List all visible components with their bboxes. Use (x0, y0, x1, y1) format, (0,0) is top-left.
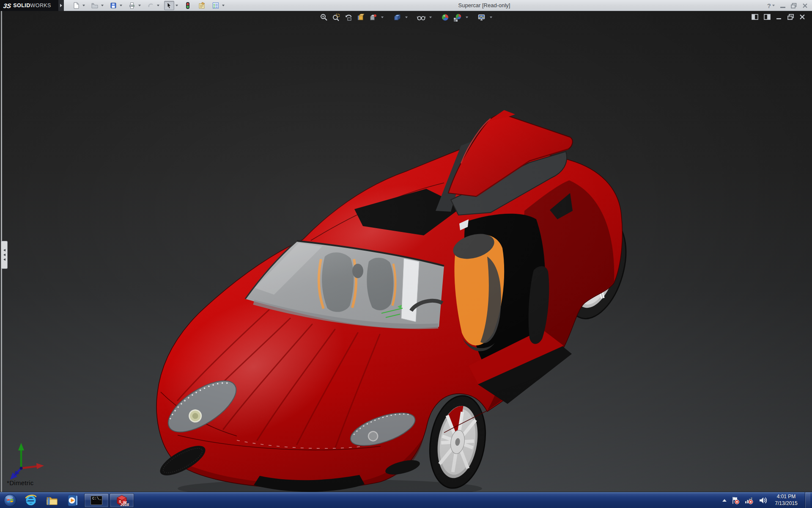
taskbar-item-internet-explorer[interactable] (20, 492, 41, 508)
file-properties-icon (198, 2, 206, 9)
solidworks-logo[interactable]: 3S SOLIDWORKS (0, 0, 58, 11)
print-icon (128, 2, 136, 9)
print-dropdown[interactable] (137, 1, 142, 10)
restore-button[interactable] (791, 3, 797, 8)
save-button[interactable] (108, 1, 118, 10)
hide-show-items-icon (417, 13, 426, 22)
taskbar: C:\_ S W 2015 (0, 492, 812, 508)
new-document-icon (72, 2, 80, 9)
select-button[interactable] (164, 1, 174, 10)
view-orientation-dropdown[interactable] (404, 12, 409, 22)
command-prompt-icon: C:\_ (91, 496, 102, 505)
save-floppy-icon (110, 2, 117, 9)
taskbar-item-command-prompt[interactable]: C:\_ (84, 493, 109, 508)
new-document-dropdown[interactable] (81, 1, 86, 10)
view-orientation-button[interactable] (392, 12, 402, 22)
edit-appearance-button[interactable] (440, 12, 450, 22)
show-hidden-icons-icon (722, 499, 727, 502)
view-settings-dropdown[interactable] (489, 12, 493, 22)
clock-date: 7/13/2015 (772, 500, 800, 507)
minimize-button[interactable] (780, 3, 785, 8)
annotation-views-dropdown[interactable] (380, 12, 384, 22)
flyout-arrow-icon (60, 4, 62, 7)
file-properties-button[interactable] (197, 1, 207, 10)
traffic-light-button[interactable] (183, 1, 193, 10)
taskbar-item-solidworks[interactable]: S W 2015 (110, 493, 134, 508)
select-cursor-icon (165, 2, 173, 9)
solidworks-app-icon: S W 2015 (115, 494, 128, 506)
orientation-triad (7, 438, 49, 480)
new-document-button[interactable] (71, 1, 81, 10)
apply-scene-dropdown[interactable] (465, 12, 469, 22)
doc-close-icon (799, 14, 805, 20)
pane-right-icon (764, 14, 771, 20)
undo-dropdown[interactable] (156, 1, 160, 10)
help-dropdown-icon (772, 5, 775, 6)
taskbar-item-media-player[interactable] (63, 492, 84, 508)
solidworks-logo-mark: 3S (3, 2, 12, 9)
folder-icon (46, 494, 58, 506)
help-button[interactable]: ? (767, 2, 775, 9)
volume-button[interactable] (758, 496, 768, 505)
main-toolbar (71, 1, 225, 10)
view-settings-icon (477, 13, 486, 22)
windows-start-icon (3, 494, 17, 507)
section-view-button[interactable] (356, 12, 366, 22)
pane-left-button[interactable] (752, 14, 758, 20)
document-window-controls (752, 14, 805, 20)
options-checklist-icon (212, 2, 219, 9)
open-folder-icon (91, 2, 99, 9)
network-icon (744, 496, 754, 505)
supercar-model[interactable] (0, 11, 812, 492)
close-button[interactable] (802, 3, 808, 8)
view-orientation-label: *Dimetric (7, 479, 34, 486)
show-hidden-icons-button[interactable] (722, 499, 727, 502)
minimize-icon (780, 7, 785, 8)
options-button[interactable] (211, 1, 221, 10)
zoom-to-area-button[interactable] (331, 12, 341, 22)
save-dropdown[interactable] (118, 1, 123, 10)
title-bar: 3S SOLIDWORKS (0, 0, 812, 11)
print-button[interactable] (127, 1, 137, 10)
action-center-button[interactable] (731, 496, 740, 505)
apply-scene-icon (453, 13, 462, 22)
doc-restore-button[interactable] (787, 14, 794, 20)
solidworks-logo-solid: SOLID (13, 3, 30, 8)
help-icon: ? (767, 2, 771, 9)
undo-button[interactable] (145, 1, 156, 10)
collapsed-panel-tab[interactable] (1, 241, 8, 269)
hide-show-items-button[interactable] (416, 12, 426, 22)
close-icon (802, 3, 808, 8)
open-document-dropdown[interactable] (100, 1, 104, 10)
show-desktop-button[interactable] (805, 492, 810, 508)
taskbar-item-windows-explorer[interactable] (41, 492, 63, 508)
annotation-views-button[interactable] (368, 12, 378, 22)
pane-right-button[interactable] (764, 14, 771, 20)
pane-left-icon (752, 14, 758, 20)
zoom-to-fit-button[interactable] (319, 12, 329, 22)
restore-icon (791, 3, 797, 8)
undo-icon (147, 2, 154, 9)
menu-flyout-arrow[interactable] (58, 0, 64, 11)
doc-minimize-button[interactable] (776, 14, 782, 20)
system-clock[interactable]: 4:01 PM 7/13/2015 (772, 494, 800, 507)
network-status-button[interactable] (744, 496, 754, 505)
window-controls: ? (767, 0, 808, 11)
apply-scene-button[interactable] (453, 12, 463, 22)
media-player-icon (67, 494, 80, 507)
clock-time: 4:01 PM (772, 494, 800, 500)
system-tray: 4:01 PM 7/13/2015 (722, 492, 812, 508)
view-settings-button[interactable] (477, 12, 487, 22)
start-button[interactable] (0, 492, 20, 508)
traffic-light-icon (184, 2, 192, 9)
window-title: Supercar [Read-only] (440, 0, 529, 11)
previous-view-button[interactable] (343, 12, 354, 22)
graphics-area[interactable]: *Dimetric (0, 11, 812, 492)
hide-show-items-dropdown[interactable] (428, 12, 433, 22)
headsup-toolbar (319, 12, 493, 22)
options-dropdown[interactable] (221, 1, 225, 10)
select-dropdown[interactable] (174, 1, 179, 10)
solidworks-window: 3S SOLIDWORKS (0, 0, 812, 508)
doc-close-button[interactable] (799, 14, 805, 20)
open-document-button[interactable] (90, 1, 100, 10)
